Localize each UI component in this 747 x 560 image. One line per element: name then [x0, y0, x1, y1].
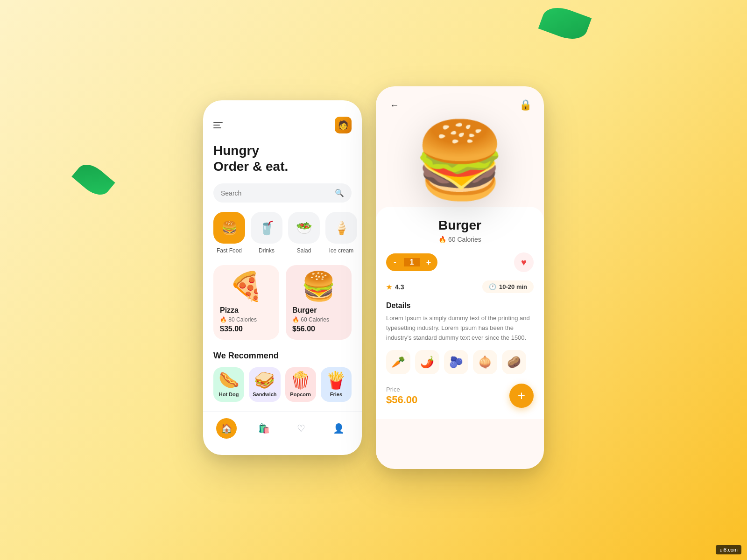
price-value: $56.00	[386, 394, 417, 406]
recommend-title: We Recommend	[203, 351, 362, 367]
category-label-drinks: Drinks	[259, 247, 275, 254]
avatar-icon[interactable]: 🧑	[335, 117, 352, 133]
ingredient-blueberry[interactable]: 🫐	[444, 350, 468, 374]
burger-name: Burger	[292, 306, 345, 315]
category-label-fast-food: Fast Food	[217, 247, 242, 254]
recommend-popcorn[interactable]: 🍿 Popcorn	[285, 367, 316, 402]
details-section: Details Lorem Ipsum is simply dummy text…	[386, 301, 534, 343]
category-ice-cream[interactable]: 🍦 Ice cream	[325, 212, 357, 254]
category-fast-food[interactable]: 🍔 Fast Food	[213, 212, 245, 254]
categories-row: 🍔 Fast Food 🥤 Drinks 🥗 Salad 🍦 Ice cream	[203, 212, 362, 265]
sandwich-emoji: 🥪	[253, 372, 276, 389]
decorative-leaf-left	[71, 159, 115, 201]
phones-container: 🧑 Hungry Order & eat. 🔍 🍔 Fast Food 🥤 Dr…	[203, 91, 544, 469]
pizza-calories: 🔥 80 Calories	[220, 316, 273, 323]
popcorn-name: Popcorn	[289, 392, 312, 397]
category-icon-drinks: 🥤	[251, 212, 282, 244]
ingredient-carrot[interactable]: 🥕	[386, 350, 410, 374]
nav-favorites[interactable]: ♡	[291, 418, 311, 439]
delivery-time-badge: 🕐 10-20 min	[482, 280, 534, 293]
ingredient-pepper[interactable]: 🌶️	[415, 350, 439, 374]
category-label-ice-cream: Ice cream	[329, 247, 354, 254]
favorite-button[interactable]: ♥	[514, 252, 534, 272]
rating-time-row: ★ 4.3 🕐 10-20 min	[386, 280, 534, 293]
detail-header: ← 🔒	[376, 86, 544, 118]
search-input[interactable]	[221, 189, 331, 197]
price-label: Price	[386, 386, 417, 393]
add-to-cart-button[interactable]: +	[509, 384, 534, 408]
detail-content: Burger 🔥 60 Calories - 1 + ♥ ★ 4.3 🕐	[376, 207, 544, 419]
recommend-sandwich[interactable]: 🥪 Sandwich	[249, 367, 280, 402]
ingredients-row: 🥕 🌶️ 🫐 🧅 🥔	[386, 350, 534, 374]
home-title: Hungry Order & eat.	[203, 138, 362, 183]
fries-emoji: 🍟	[324, 372, 348, 389]
category-icon-salad: 🥗	[288, 212, 320, 244]
burger-calories: 🔥 60 Calories	[292, 316, 345, 323]
recommend-items-row: 🌭 Hot Dog 🥪 Sandwich 🍿 Popcorn 🍟 Fries	[203, 367, 362, 411]
home-phone: 🧑 Hungry Order & eat. 🔍 🍔 Fast Food 🥤 Dr…	[203, 100, 362, 455]
qty-control: - 1 +	[386, 253, 437, 271]
back-button[interactable]: ←	[386, 97, 403, 113]
price-add-row: Price $56.00 +	[386, 384, 534, 408]
qty-value: 1	[404, 258, 420, 266]
pizza-price: $35.00	[220, 325, 273, 333]
category-icon-ice-cream: 🍦	[325, 212, 357, 244]
watermark: ui8.com	[716, 545, 741, 554]
category-drinks[interactable]: 🥤 Drinks	[251, 212, 282, 254]
search-icon: 🔍	[335, 189, 344, 197]
hotdog-name: Hot Dog	[217, 392, 240, 397]
star-icon: ★	[386, 283, 392, 291]
burger-price: $56.00	[292, 325, 345, 333]
search-bar[interactable]: 🔍	[213, 183, 352, 203]
sandwich-name: Sandwich	[253, 392, 276, 397]
details-title: Details	[386, 301, 534, 310]
hotdog-emoji: 🌭	[217, 372, 240, 389]
clock-icon: 🕐	[489, 283, 496, 290]
category-salad[interactable]: 🥗 Salad	[288, 212, 320, 254]
nav-cart[interactable]: 🛍️	[254, 418, 274, 439]
bag-icon[interactable]: 🔒	[517, 97, 534, 113]
home-header: 🧑	[203, 110, 362, 138]
bottom-nav: 🏠 🛍️ ♡ 👤	[203, 411, 362, 445]
popcorn-emoji: 🍿	[289, 372, 312, 389]
delivery-time-value: 10-20 min	[499, 283, 527, 290]
detail-food-image: 🍔	[376, 118, 544, 207]
category-label-salad: Salad	[297, 247, 311, 254]
burger-emoji: 🍔	[292, 273, 345, 301]
rating-display: ★ 4.3	[386, 283, 404, 291]
detail-food-name: Burger	[386, 218, 534, 233]
fries-name: Fries	[324, 392, 348, 397]
recommend-hotdog[interactable]: 🌭 Hot Dog	[213, 367, 244, 402]
app-headline: Hungry Order & eat.	[213, 143, 352, 174]
detail-phone: ← 🔒 🍔 Burger 🔥 60 Calories - 1 + ♥ ★	[376, 86, 544, 469]
food-cards-row: 🍕 Pizza 🔥 80 Calories $35.00 🍔 Burger 🔥 …	[203, 265, 362, 351]
detail-calories: 🔥 60 Calories	[386, 236, 534, 243]
decorative-leaf-top	[538, 2, 592, 45]
category-icon-fast-food: 🍔	[213, 212, 245, 244]
qty-fav-row: - 1 + ♥	[386, 252, 534, 272]
ingredient-potato[interactable]: 🥔	[502, 350, 526, 374]
nav-home[interactable]: 🏠	[216, 418, 237, 439]
pizza-name: Pizza	[220, 306, 273, 315]
qty-minus-button[interactable]: -	[386, 253, 404, 271]
food-card-pizza[interactable]: 🍕 Pizza 🔥 80 Calories $35.00	[213, 265, 279, 340]
details-text: Lorem Ipsum is simply dummy text of the …	[386, 314, 534, 343]
recommend-fries[interactable]: 🍟 Fries	[321, 367, 352, 402]
rating-value: 4.3	[395, 283, 404, 291]
food-card-burger[interactable]: 🍔 Burger 🔥 60 Calories $56.00	[286, 265, 352, 340]
menu-icon[interactable]	[213, 122, 223, 128]
qty-plus-button[interactable]: +	[420, 253, 437, 271]
nav-profile[interactable]: 👤	[328, 418, 349, 439]
ingredient-onion[interactable]: 🧅	[473, 350, 497, 374]
price-section: Price $56.00	[386, 386, 417, 406]
pizza-emoji: 🍕	[220, 273, 273, 301]
